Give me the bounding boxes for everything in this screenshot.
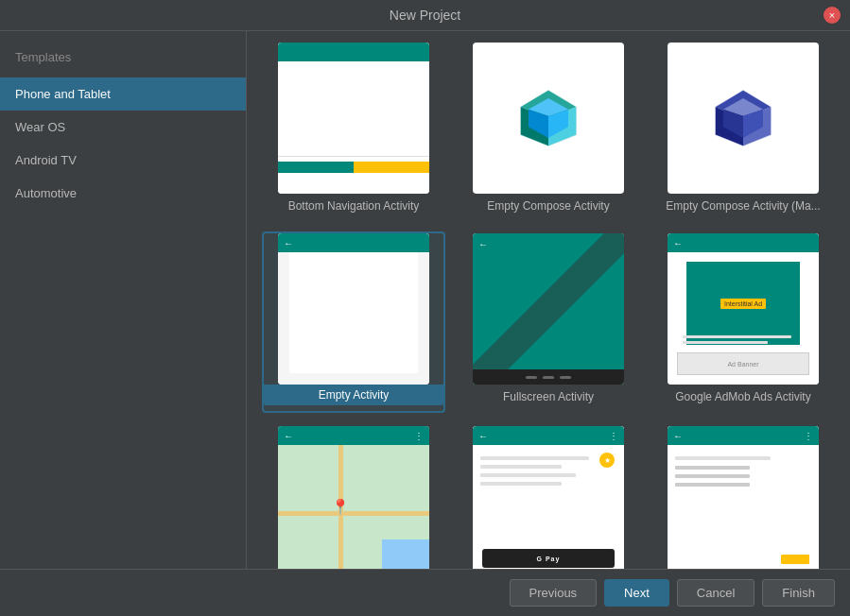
- template-subscription[interactable]: ← ⋮ ★ G Pay: [457, 424, 640, 569]
- template-label-fullscreen: Fullscreen Activity: [503, 390, 594, 403]
- sub-menu-icon: ⋮: [609, 431, 618, 441]
- template-thumb-maps: ← ⋮ 📍: [278, 426, 429, 569]
- admob-back-icon: ←: [673, 238, 683, 248]
- template-thumb-empty-compose: [473, 43, 624, 194]
- template-thumb-login: ← ⋮: [668, 426, 819, 569]
- sidebar-item-phone-tablet[interactable]: Phone and Tablet: [0, 77, 246, 111]
- ad-banner: Ad Banner: [677, 352, 809, 375]
- yellow-button: [781, 555, 809, 564]
- template-label-admob: Google AdMob Ads Activity: [675, 390, 810, 403]
- svg-line-14: [473, 233, 624, 385]
- template-maps[interactable]: ← ⋮ 📍: [262, 424, 445, 569]
- cancel-button[interactable]: Cancel: [677, 579, 755, 607]
- login-menu-icon: ⋮: [804, 431, 813, 441]
- maps-back-icon: ←: [284, 431, 293, 441]
- close-button[interactable]: ×: [824, 7, 841, 24]
- template-label-bottom-nav: Bottom Navigation Activity: [288, 199, 420, 213]
- template-thumb-bottom-nav: [278, 43, 429, 194]
- compose-cube-icon: [515, 85, 581, 151]
- next-button[interactable]: Next: [604, 579, 669, 607]
- sidebar-item-android-tv[interactable]: Android TV: [0, 144, 246, 177]
- template-fullscreen[interactable]: ← ⇱ Ful: [457, 231, 640, 413]
- star-badge-icon: ★: [599, 453, 615, 468]
- interstitial-ad-label: Interstitial Ad: [720, 299, 766, 309]
- sidebar-item-automotive[interactable]: Automotive: [0, 177, 246, 210]
- template-thumb-admob: ← Interstitial Ad Ad Banner: [668, 233, 819, 385]
- sidebar: Templates Phone and Tablet Wear OS Andro…: [0, 31, 247, 569]
- template-thumb-fullscreen: ← ⇱: [473, 233, 624, 385]
- template-empty-compose-ma[interactable]: Empty Compose Activity (Ma...: [651, 41, 835, 220]
- template-bottom-nav[interactable]: Bottom Navigation Activity: [262, 41, 445, 220]
- sidebar-section-label: Templates: [0, 41, 246, 77]
- login-back-icon: ←: [673, 431, 683, 441]
- content-area: Templates Phone and Tablet Wear OS Andro…: [0, 31, 850, 569]
- template-empty-compose[interactable]: Empty Compose Activity: [457, 41, 640, 220]
- title-bar: New Project ×: [0, 0, 850, 31]
- footer: Previous Next Cancel Finish: [0, 569, 850, 616]
- template-admob[interactable]: ← Interstitial Ad Ad Banner: [651, 231, 835, 413]
- fullscreen-diagonal-icon: [473, 233, 624, 385]
- template-thumb-subscription: ← ⋮ ★ G Pay: [473, 426, 624, 569]
- finish-button[interactable]: Finish: [762, 579, 835, 607]
- template-label-empty-compose-ma: Empty Compose Activity (Ma...: [666, 199, 820, 213]
- templates-grid: Bottom Navigation Activity: [247, 31, 850, 569]
- template-label-empty-activity: Empty Activity: [264, 385, 443, 405]
- main-area: Bottom Navigation Activity: [247, 31, 850, 569]
- sub-back-icon: ←: [478, 431, 488, 441]
- sidebar-item-wear-os[interactable]: Wear OS: [0, 111, 246, 144]
- back-arrow-icon: ←: [284, 238, 293, 248]
- gpay-label: G Pay: [537, 556, 561, 562]
- template-login[interactable]: ← ⋮: [651, 424, 835, 569]
- maps-menu-icon: ⋮: [414, 431, 424, 441]
- map-pin-icon: 📍: [331, 498, 350, 516]
- template-empty-activity[interactable]: ← Empty Activity: [262, 231, 445, 413]
- template-thumb-empty-compose-ma: [668, 43, 819, 194]
- template-thumb-empty-activity: ←: [278, 233, 429, 385]
- template-label-empty-compose: Empty Compose Activity: [487, 199, 609, 213]
- new-project-dialog: New Project × Templates Phone and Tablet…: [0, 0, 850, 616]
- dialog-title: New Project: [390, 8, 460, 23]
- compose-cube-ma-icon: [710, 85, 776, 151]
- previous-button[interactable]: Previous: [510, 579, 598, 607]
